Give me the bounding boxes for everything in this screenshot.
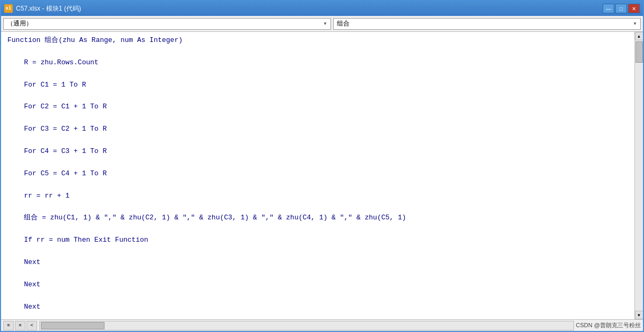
code-line bbox=[7, 201, 628, 212]
code-area: Function 组合(zhu As Range, num As Integer… bbox=[1, 32, 643, 319]
code-line: rr = rr + 1 bbox=[7, 191, 628, 202]
watermark: CSDN @普朗克三号粉丝 bbox=[576, 321, 641, 329]
scroll-track[interactable] bbox=[635, 40, 643, 311]
window-title: C57.xlsx - 模块1 (代码) bbox=[16, 4, 81, 13]
scroll-down-button[interactable]: ▼ bbox=[635, 311, 643, 319]
scroll-up-button[interactable]: ▲ bbox=[635, 32, 643, 40]
code-line: Next bbox=[7, 257, 628, 268]
code-line bbox=[7, 157, 628, 168]
code-line: Next bbox=[7, 279, 628, 291]
title-bar-left: xl C57.xlsx - 模块1 (代码) bbox=[4, 4, 81, 13]
code-line: Next bbox=[7, 302, 628, 313]
status-bar: ≡ ≡ < CSDN @普朗克三号粉丝 bbox=[1, 319, 643, 331]
function-dropdown-label: 组合 bbox=[337, 19, 350, 28]
function-dropdown-arrow: ▼ bbox=[633, 21, 637, 26]
title-buttons: — □ ✕ bbox=[603, 4, 640, 13]
code-line bbox=[7, 135, 628, 146]
code-line bbox=[7, 246, 628, 257]
toolbar: （通用） ▼ 组合 ▼ bbox=[1, 16, 643, 32]
code-line: For C5 = C4 + 1 To R bbox=[7, 168, 628, 180]
minimize-button[interactable]: — bbox=[603, 4, 614, 13]
code-line: 组合 = zhu(C1, 1) & "," & zhu(C2, 1) & ","… bbox=[7, 212, 628, 224]
h-scroll-thumb[interactable] bbox=[41, 322, 105, 329]
context-dropdown-label: （通用） bbox=[7, 19, 32, 28]
scroll-thumb[interactable] bbox=[636, 41, 643, 63]
status-btn-left[interactable]: ≡ bbox=[3, 321, 14, 330]
title-bar: xl C57.xlsx - 模块1 (代码) — □ ✕ bbox=[1, 1, 643, 16]
app-icon: xl bbox=[4, 4, 13, 13]
vertical-scrollbar[interactable]: ▲ ▼ bbox=[634, 32, 643, 319]
main-window: xl C57.xlsx - 模块1 (代码) — □ ✕ （通用） ▼ 组合 ▼… bbox=[0, 0, 644, 332]
code-line: For C2 = C1 + 1 To R bbox=[7, 101, 628, 113]
code-line bbox=[7, 268, 628, 279]
code-line: R = zhu.Rows.Count bbox=[7, 57, 628, 69]
code-editor[interactable]: Function 组合(zhu As Range, num As Integer… bbox=[1, 32, 634, 319]
close-button[interactable]: ✕ bbox=[628, 4, 640, 13]
code-line: For C4 = C3 + 1 To R bbox=[7, 146, 628, 157]
function-dropdown[interactable]: 组合 ▼ bbox=[333, 18, 641, 30]
code-line: If rr = num Then Exit Function bbox=[7, 235, 628, 246]
context-dropdown-arrow: ▼ bbox=[323, 21, 327, 26]
code-line bbox=[7, 291, 628, 302]
code-line: Function 组合(zhu As Range, num As Integer… bbox=[7, 35, 628, 46]
code-line bbox=[7, 69, 628, 80]
code-line bbox=[7, 180, 628, 191]
code-line bbox=[7, 90, 628, 101]
code-line bbox=[7, 113, 628, 124]
horizontal-scrollbar[interactable] bbox=[39, 321, 574, 330]
code-line bbox=[7, 312, 628, 319]
context-dropdown[interactable]: （通用） ▼ bbox=[3, 18, 331, 30]
code-line: For C1 = 1 To R bbox=[7, 80, 628, 91]
maximize-button[interactable]: □ bbox=[615, 4, 627, 13]
code-line bbox=[7, 224, 628, 235]
status-btn-mid[interactable]: ≡ bbox=[15, 321, 25, 330]
code-line: For C3 = C2 + 1 To R bbox=[7, 124, 628, 135]
code-line bbox=[7, 46, 628, 57]
status-btn-right[interactable]: < bbox=[27, 321, 37, 330]
